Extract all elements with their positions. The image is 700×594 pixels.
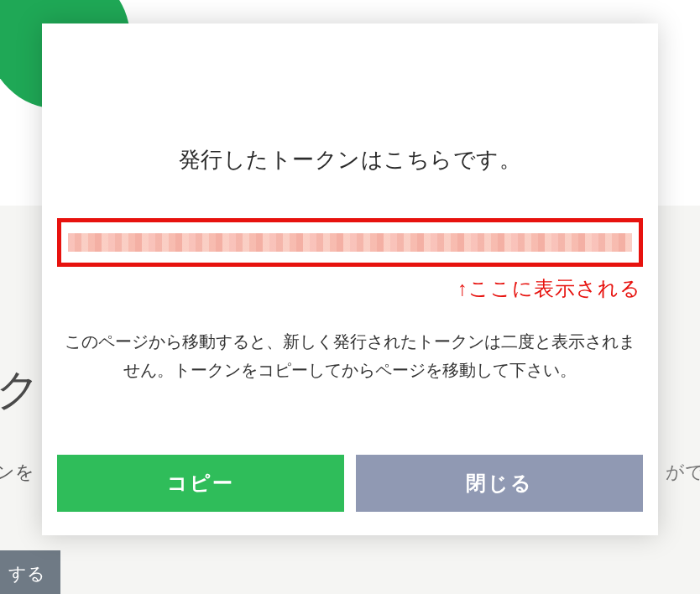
token-modal: 発行したトークンはこちらです。 ↑ここに表示される このページから移動すると、新… [42, 23, 658, 535]
copy-button[interactable]: コピー [57, 455, 344, 512]
token-value-obscured [68, 233, 632, 252]
modal-title: 発行したトークンはこちらです。 [42, 145, 658, 175]
bg-button-fragment: する [0, 550, 60, 594]
annotation-label: ↑ここに表示される [42, 275, 641, 302]
bg-text-fragment: ンを [0, 460, 34, 485]
modal-button-row: コピー 閉じる [57, 455, 643, 512]
token-display-field[interactable] [57, 218, 643, 267]
modal-warning-message: このページから移動すると、新しく発行されたトークンは二度と表示されません。トーク… [57, 327, 643, 384]
bg-text-fragment: がで [666, 460, 700, 485]
bg-text-fragment: ク [0, 361, 40, 419]
close-button[interactable]: 閉じる [356, 455, 643, 512]
